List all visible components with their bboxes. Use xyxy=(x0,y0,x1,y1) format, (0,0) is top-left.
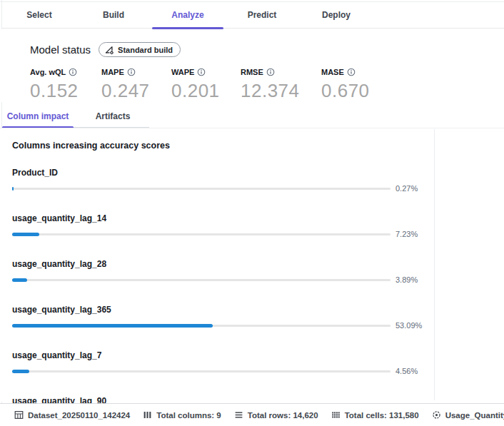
metric-rmse: RMSE 12.374 xyxy=(241,68,321,102)
metric-label: WAPE xyxy=(171,68,194,76)
impact-rows: Product_ID 0.27% usage_quantity_lag_14 7… xyxy=(12,168,504,421)
info-icon[interactable] xyxy=(266,68,275,76)
tab-artifacts[interactable]: Artifacts xyxy=(77,107,148,128)
tab-column-impact[interactable]: Column impact xyxy=(2,107,74,128)
metric-label: RMSE xyxy=(241,68,263,76)
metric-wape: WAPE 0.201 xyxy=(171,68,241,102)
dataset-status-bar: Dataset_20250110_142424 Total columns: 9… xyxy=(0,403,504,426)
impact-bar-fill xyxy=(12,187,14,191)
tab-analyze[interactable]: Analyze xyxy=(151,2,225,29)
dataset-table-icon xyxy=(14,410,24,420)
impact-bar-track xyxy=(12,233,390,235)
target-column-item: Usage_Quantity xyxy=(432,410,504,420)
dataset-name-label: Dataset_20250110_142424 xyxy=(28,411,130,420)
impact-row: usage_quantity_lag_28 3.89% xyxy=(12,259,504,284)
impact-bar-fill xyxy=(12,278,27,282)
total-columns-item: Total columns: 9 xyxy=(143,410,221,420)
panel-divider xyxy=(434,129,435,400)
column-impact-panel: Columns increasing accuracy scores Produ… xyxy=(0,128,504,402)
total-columns-label: Total columns: 9 xyxy=(156,411,221,420)
impact-bar-fill xyxy=(12,233,39,236)
metric-value: 0.247 xyxy=(101,80,171,102)
tab-build[interactable]: Build xyxy=(76,2,151,29)
model-status-section: Model status Standard build Avg. wQL 0.1… xyxy=(0,29,504,102)
impact-value: 7.23% xyxy=(395,230,418,238)
column-label: usage_quantity_lag_14 xyxy=(12,213,504,223)
total-rows-item: Total rows: 14,620 xyxy=(234,410,318,420)
build-ruler-gear-icon xyxy=(104,45,114,55)
target-column-label: Usage_Quantity xyxy=(445,411,504,420)
info-icon[interactable] xyxy=(347,68,356,76)
info-icon[interactable] xyxy=(69,68,77,76)
tab-predict[interactable]: Predict xyxy=(225,2,299,29)
column-label: usage_quantity_lag_365 xyxy=(12,305,504,315)
impact-bar-fill xyxy=(12,370,29,373)
metric-value: 0.152 xyxy=(30,80,101,102)
chart-title: Columns increasing accuracy scores xyxy=(12,141,504,151)
metrics-row: Avg. wQL 0.152 MAPE 0.247 WAPE 0.201 RMS… xyxy=(30,68,504,102)
metric-value: 0.670 xyxy=(321,80,370,102)
total-cells-label: Total cells: 131,580 xyxy=(345,411,419,420)
impact-row: usage_quantity_lag_365 53.09% xyxy=(12,305,504,330)
column-label: Product_ID xyxy=(12,168,504,178)
metric-mape: MAPE 0.247 xyxy=(101,68,171,102)
rows-icon xyxy=(234,410,243,420)
target-icon xyxy=(432,410,441,420)
tab-deploy[interactable]: Deploy xyxy=(299,2,373,29)
metric-mase: MASE 0.670 xyxy=(321,68,370,102)
metric-value: 12.374 xyxy=(241,80,321,102)
tab-select[interactable]: Select xyxy=(2,2,76,29)
workflow-tabs: Select Build Analyze Predict Deploy xyxy=(2,2,504,29)
impact-row: usage_quantity_lag_14 7.23% xyxy=(12,213,504,238)
standard-build-badge: Standard build xyxy=(99,42,181,57)
metric-avg-wql: Avg. wQL 0.152 xyxy=(30,68,101,102)
impact-bar-track xyxy=(12,279,390,281)
impact-row: Product_ID 0.27% xyxy=(12,168,504,193)
cells-grid-icon xyxy=(331,410,341,420)
metric-value: 0.201 xyxy=(171,80,241,102)
total-cells-item: Total cells: 131,580 xyxy=(331,410,419,420)
dataset-name-item: Dataset_20250110_142424 xyxy=(14,410,130,420)
impact-value: 0.27% xyxy=(395,184,418,193)
impact-bar-track xyxy=(12,325,390,327)
impact-bar-track xyxy=(12,370,390,372)
impact-value: 3.89% xyxy=(395,275,418,284)
model-status-title: Model status xyxy=(30,44,91,56)
column-label: usage_quantity_lag_28 xyxy=(12,259,504,269)
columns-icon xyxy=(143,410,152,420)
impact-row: usage_quantity_lag_7 4.56% xyxy=(12,350,504,375)
impact-bar-track xyxy=(12,188,390,190)
total-rows-label: Total rows: 14,620 xyxy=(248,411,318,420)
metric-label: Avg. wQL xyxy=(30,68,66,76)
impact-bar-fill xyxy=(12,324,213,328)
metric-label: MASE xyxy=(321,68,344,76)
analysis-sub-tabs: Column impact Artifacts xyxy=(2,107,149,128)
info-icon[interactable] xyxy=(197,68,206,76)
impact-value: 4.56% xyxy=(395,367,418,375)
standard-build-label: Standard build xyxy=(118,46,173,54)
metric-label: MAPE xyxy=(101,68,124,76)
info-icon[interactable] xyxy=(127,68,136,76)
impact-value: 53.09% xyxy=(395,321,422,330)
column-label: usage_quantity_lag_7 xyxy=(12,350,504,360)
